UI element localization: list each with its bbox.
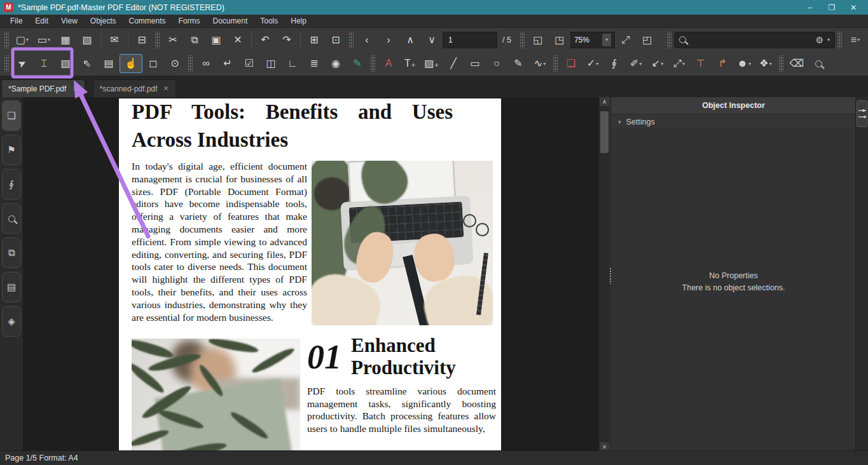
scroll-up-button[interactable]: ∧: [600, 97, 609, 106]
toolbar-drag-handle[interactable]: [4, 55, 9, 72]
pdf-page[interactable]: PDF Tools: Benefits and Uses Across Indu…: [119, 98, 501, 451]
restore-button[interactable]: ❐: [821, 0, 843, 15]
snap-to-grid-button[interactable]: ⊡: [325, 31, 347, 49]
arrow-tool-button[interactable]: ↙▾: [647, 55, 668, 72]
main-menu-button[interactable]: ≡▾: [844, 31, 866, 49]
attachments-panel-button[interactable]: ∮: [2, 169, 21, 199]
text-field-tool-button[interactable]: ↵: [217, 55, 238, 72]
document-viewport[interactable]: PDF Tools: Benefits and Uses Across Indu…: [23, 97, 598, 451]
distance-tool-button[interactable]: ⤢▾: [668, 55, 690, 72]
search-box[interactable]: ⚙▾: [674, 32, 835, 48]
line-tool-button[interactable]: ╱: [443, 55, 464, 72]
zoom-level-select[interactable]: 75%▾: [570, 32, 615, 48]
edit-image-tool-button[interactable]: ▧: [55, 55, 76, 72]
redo-button[interactable]: ↷: [276, 31, 298, 49]
toolbar-drag-handle[interactable]: [188, 55, 193, 72]
attach-file-tool-button[interactable]: ∮: [603, 55, 625, 72]
menu-file[interactable]: File: [4, 15, 29, 27]
callout-tool-button[interactable]: ↱: [712, 55, 733, 72]
search-options-gear-icon[interactable]: ⚙: [815, 35, 823, 45]
ocr-search-tool-button[interactable]: [808, 55, 829, 72]
snapshot-tool-button[interactable]: ⊙: [164, 55, 186, 72]
bookmarks-panel-button[interactable]: ⚑: [2, 135, 21, 165]
fit-page-button[interactable]: ◱: [527, 31, 549, 49]
link-tool-button[interactable]: ∞: [195, 55, 217, 72]
toolbar-drag-handle[interactable]: [155, 32, 160, 48]
document-tab[interactable]: *scanned-pdf.pdf✕: [93, 79, 176, 97]
menu-tools[interactable]: Tools: [254, 15, 284, 27]
signature-field-tool-button[interactable]: ✎: [347, 55, 368, 72]
sticky-note-tool-button[interactable]: ❏: [560, 55, 582, 72]
next-page-button[interactable]: ›: [378, 31, 399, 49]
edit-forms-tool-button[interactable]: ⇖: [76, 55, 98, 72]
toolbar-drag-handle[interactable]: [349, 32, 354, 48]
highlight-tool-button[interactable]: ✐▾: [625, 55, 647, 72]
form-fields-panel-button[interactable]: ▤: [2, 272, 21, 302]
hand-tool-button[interactable]: ☝: [120, 54, 142, 73]
check-stamp-tool-button[interactable]: ✓▾: [582, 55, 603, 72]
menu-help[interactable]: Help: [284, 15, 313, 27]
undo-button[interactable]: ↶: [254, 31, 276, 49]
checkbox-tool-button[interactable]: ☑: [238, 55, 260, 72]
tab-close-icon[interactable]: ✕: [163, 84, 169, 93]
new-document-button[interactable]: ▢▾: [11, 31, 33, 49]
menu-forms[interactable]: Forms: [172, 15, 207, 27]
page-up-button[interactable]: ∧: [399, 31, 421, 49]
text-box-tool-button[interactable]: ⊤: [690, 55, 712, 72]
menu-view[interactable]: View: [55, 15, 84, 27]
add-image-tool-button[interactable]: ▨₊: [421, 55, 443, 72]
add-styled-text-tool-button[interactable]: A: [378, 55, 399, 72]
previous-page-button[interactable]: ‹: [356, 31, 378, 49]
rectangle-tool-button[interactable]: ▭: [464, 55, 486, 72]
cut-button[interactable]: ✂: [162, 31, 184, 49]
menu-document[interactable]: Document: [207, 15, 254, 27]
menu-comments[interactable]: Comments: [123, 15, 172, 27]
ellipse-tool-button[interactable]: ○: [486, 55, 507, 72]
save-button[interactable]: ▦: [55, 31, 76, 49]
print-button[interactable]: ⊟: [131, 31, 153, 49]
toolbar-drag-handle[interactable]: [837, 32, 842, 48]
save-as-button[interactable]: ▧: [76, 31, 98, 49]
toolbar-drag-handle[interactable]: [779, 55, 783, 72]
document-tab[interactable]: *Sample PDF.pdf✕: [1, 79, 85, 97]
stamp-tool-button[interactable]: ☻▾: [733, 55, 755, 72]
edit-text-tool-button[interactable]: ⌶: [33, 55, 55, 72]
add-text-tool-button[interactable]: T₊: [399, 55, 421, 72]
email-button[interactable]: ✉: [104, 31, 125, 49]
vertical-scrollbar[interactable]: ∧ ∨: [598, 97, 610, 451]
show-grid-button[interactable]: ⊞: [303, 31, 325, 49]
edit-document-tool-button[interactable]: ▤: [98, 55, 120, 72]
close-button[interactable]: ✕: [843, 0, 864, 15]
copy-button[interactable]: ⧉: [184, 31, 205, 49]
scrollbar-thumb[interactable]: [600, 111, 609, 153]
minimize-button[interactable]: –: [799, 0, 821, 15]
menu-edit[interactable]: Edit: [29, 15, 55, 27]
search-panel-button[interactable]: [2, 203, 21, 234]
fit-width-button[interactable]: ◳: [549, 31, 570, 49]
pages-panel-button[interactable]: ❏: [2, 100, 21, 131]
adjust-panel-button[interactable]: [857, 100, 867, 127]
menu-objects[interactable]: Objects: [84, 15, 123, 27]
scroll-down-button[interactable]: ∨: [600, 442, 609, 451]
outline-panel-button[interactable]: ⧉: [2, 238, 21, 268]
select-tool-button[interactable]: ➤: [11, 55, 33, 72]
tile-mode-tool-button[interactable]: ❖▾: [755, 55, 776, 72]
combo-box-tool-button[interactable]: ◫: [260, 55, 282, 72]
fullscreen-button[interactable]: ⤢: [615, 31, 637, 49]
radio-button-tool-button[interactable]: ◉: [325, 55, 347, 72]
signature-tool-button[interactable]: ∿▾: [529, 55, 551, 72]
open-document-button[interactable]: ▭▾: [33, 31, 55, 49]
toolbar-drag-handle[interactable]: [553, 55, 558, 72]
pencil-tool-button[interactable]: ✎: [507, 55, 529, 72]
page-number-input[interactable]: [443, 32, 497, 48]
page-down-button[interactable]: ∨: [421, 31, 443, 49]
toolbar-drag-handle[interactable]: [4, 32, 9, 48]
button-field-tool-button[interactable]: ∟: [282, 55, 303, 72]
settings-section-header[interactable]: ▾ Settings: [612, 114, 855, 130]
paste-button[interactable]: ▣: [205, 31, 227, 49]
fit-visible-button[interactable]: ◰: [637, 31, 658, 49]
toolbar-drag-handle[interactable]: [520, 32, 525, 48]
toolbar-drag-handle[interactable]: [667, 32, 672, 48]
clear-formatting-tool-button[interactable]: ⌫: [786, 55, 808, 72]
layers-panel-button[interactable]: ◈: [2, 306, 21, 337]
